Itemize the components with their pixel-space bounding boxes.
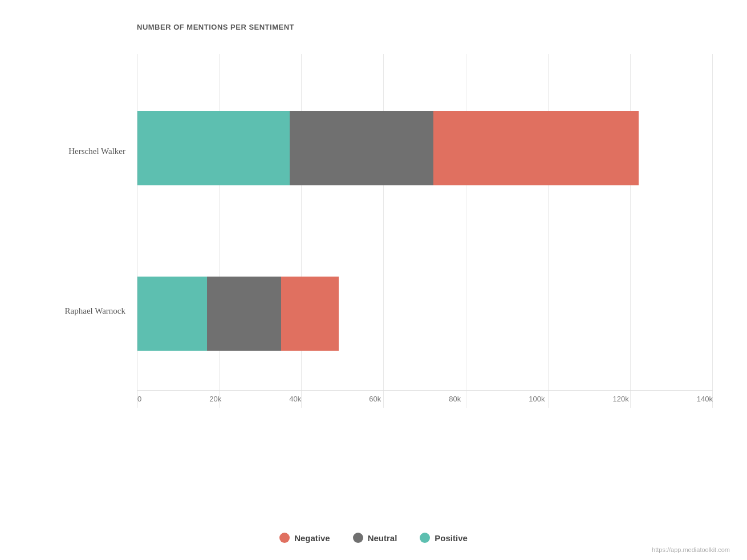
bar-row-herschel [137, 111, 713, 185]
x-tick-5: 100k [529, 395, 545, 403]
rw-negative-bar [281, 277, 339, 351]
legend-item-positive: Positive [420, 533, 468, 543]
legend-label-negative: Negative [294, 533, 330, 543]
x-tick-6: 120k [613, 395, 629, 403]
legend-dot-negative [279, 533, 290, 543]
bar-row-raphael [137, 277, 713, 351]
legend-item-neutral: Neutral [353, 533, 397, 543]
rw-neutral-bar [207, 277, 281, 351]
bar-group-herschel [137, 86, 713, 211]
hw-neutral-bar [290, 111, 433, 185]
x-tick-3: 60k [369, 395, 381, 403]
x-tick-0: 0 [137, 395, 141, 403]
x-tick-2: 40k [289, 395, 301, 403]
legend-dot-neutral [353, 533, 363, 543]
x-axis-ticks: 0 20k 40k 60k 80k 100k 120k 140k [137, 395, 713, 403]
hw-positive-bar [137, 111, 290, 185]
legend-label-positive: Positive [435, 533, 468, 543]
y-label-0: Herschel Walker [34, 147, 137, 156]
bars-container [137, 54, 713, 408]
chart-title: NUMBER OF MENTIONS PER SENTIMENT [137, 23, 713, 31]
x-tick-7: 140k [697, 395, 713, 403]
hw-negative-bar [433, 111, 639, 185]
y-label-1: Raphael Warnock [34, 306, 137, 316]
x-axis-line [137, 390, 713, 391]
legend-item-negative: Negative [279, 533, 330, 543]
x-tick-1: 20k [209, 395, 221, 403]
rw-positive-bar [137, 277, 207, 351]
legend-label-neutral: Neutral [368, 533, 397, 543]
plot-area: 0 20k 40k 60k 80k 100k 120k 140k [137, 54, 713, 408]
legend: Negative Neutral Positive [0, 533, 747, 543]
chart-container: NUMBER OF MENTIONS PER SENTIMENT Hersche… [0, 0, 747, 560]
chart-area: Herschel Walker Raphael Warnock [34, 54, 713, 408]
bar-group-raphael [137, 251, 713, 376]
legend-dot-positive [420, 533, 430, 543]
x-tick-4: 80k [449, 395, 461, 403]
y-axis-labels: Herschel Walker Raphael Warnock [34, 54, 137, 408]
watermark: https://app.mediatoolkit.com [652, 546, 730, 553]
